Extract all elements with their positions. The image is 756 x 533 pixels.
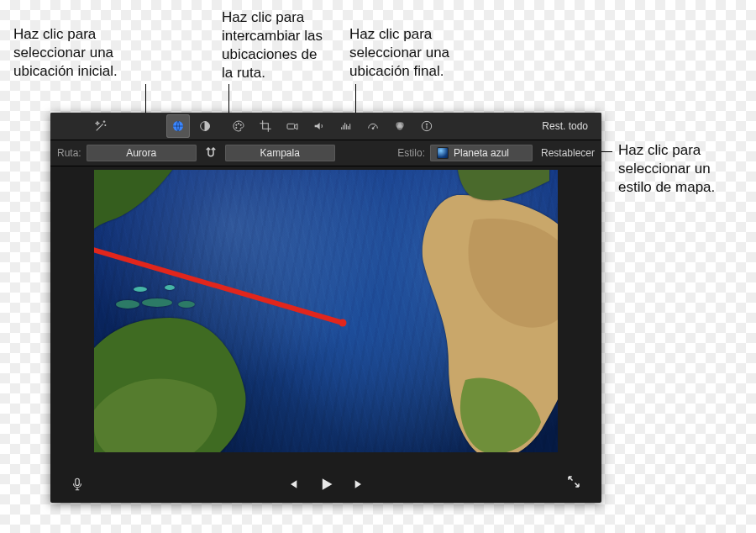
equalizer-icon[interactable] <box>334 114 358 138</box>
swap-route-button[interactable] <box>202 144 220 162</box>
svg-point-4 <box>240 124 241 125</box>
transport-bar <box>50 466 601 503</box>
play-button[interactable] <box>317 475 335 493</box>
fullscreen-icon[interactable] <box>566 474 586 494</box>
contrast-icon[interactable] <box>193 114 217 138</box>
estilo-label: Estilo: <box>397 147 425 159</box>
end-location-button[interactable]: Kampala <box>225 145 335 161</box>
start-location-button[interactable]: Aurora <box>87 145 197 161</box>
callout-start-location: Haz clic para seleccionar una ubicación … <box>13 25 156 81</box>
inspector-toolbar: Rest. todo <box>50 113 601 140</box>
color-overlap-icon[interactable] <box>388 114 412 138</box>
callout-end-location: Haz clic para seleccionar una ubicación … <box>349 25 492 81</box>
gauge-icon[interactable] <box>361 114 385 138</box>
route-subbar: Ruta: Aurora Kampala Estilo: Planeta azu… <box>50 140 601 166</box>
ruta-label: Ruta: <box>57 147 81 159</box>
magic-wand-icon[interactable] <box>89 114 113 138</box>
svg-point-2 <box>236 124 237 125</box>
map-editor-panel: Rest. todo Ruta: Aurora Kampala Estilo: … <box>50 113 601 503</box>
volume-icon[interactable] <box>307 114 331 138</box>
reset-all-button[interactable]: Rest. todo <box>542 120 588 132</box>
callout-swap-route: Haz clic para intercambiar las ubicacion… <box>222 8 356 82</box>
svg-rect-6 <box>287 124 295 129</box>
svg-point-12 <box>426 124 427 124</box>
camera-icon[interactable] <box>281 114 304 138</box>
microphone-icon[interactable] <box>66 472 89 496</box>
callout-map-style: Haz clic para seleccionar un estilo de m… <box>618 141 753 197</box>
next-frame-button[interactable] <box>350 475 369 493</box>
palette-icon[interactable] <box>227 114 250 138</box>
svg-point-5 <box>236 127 237 128</box>
map-preview[interactable] <box>94 170 558 452</box>
crop-icon[interactable] <box>254 114 277 138</box>
globe-thumbnail-icon <box>437 147 449 159</box>
map-style-name: Planeta azul <box>454 145 509 161</box>
svg-point-10 <box>397 124 403 130</box>
svg-line-18 <box>94 249 343 323</box>
prev-frame-button[interactable] <box>283 475 302 493</box>
info-icon[interactable] <box>415 114 438 138</box>
map-style-button[interactable]: Planeta azul <box>430 145 533 161</box>
svg-point-7 <box>372 128 374 129</box>
route-line <box>94 170 558 452</box>
svg-rect-20 <box>76 478 80 485</box>
svg-point-3 <box>238 123 239 124</box>
reset-style-button[interactable]: Restablecer <box>541 147 595 159</box>
globe-icon[interactable] <box>166 114 190 138</box>
svg-point-19 <box>339 319 347 327</box>
map-preview-area <box>50 170 601 456</box>
